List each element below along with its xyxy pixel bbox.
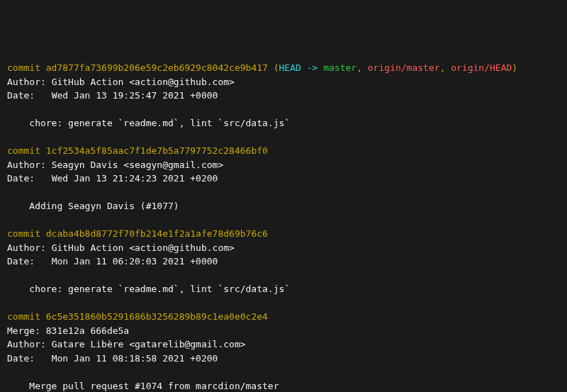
date-value: Mon Jan 11 08:18:58 2021 +0200 — [52, 353, 218, 364]
commit-hash: dcaba4b8d8772f70fb214e1f2a1afe78d69b76c6 — [46, 228, 268, 239]
commit-hash: ad7877fa73699b206e59c2eb6929c8042ce9b417 — [46, 62, 268, 73]
date-line: Date: Wed Jan 13 21:24:23 2021 +0200 — [7, 172, 560, 186]
blank-line — [7, 296, 560, 310]
commit-line: commit dcaba4b8d8772f70fb214e1f2a1afe78d… — [7, 227, 560, 241]
commit-message: chore: generate `readme.md`, lint `src/d… — [7, 282, 560, 296]
origin-head-ref: origin/HEAD — [451, 62, 512, 73]
commit-line: commit 6c5e351860b5291686b3256289b89c1ea… — [7, 310, 560, 324]
author-value: Seagyn Davis <seagyn@gmail.com> — [52, 159, 224, 170]
master-ref: master — [323, 62, 357, 73]
author-line: Author: GitHub Action <action@github.com… — [7, 241, 560, 255]
commit-message: chore: generate `readme.md`, lint `src/d… — [7, 116, 560, 130]
author-line: Author: Gatare Libère <gatarelib@gmail.c… — [7, 337, 560, 352]
author-label: Author: — [7, 77, 52, 87]
author-line: Author: Seagyn Davis <seagyn@gmail.com> — [7, 158, 560, 172]
commit-hash: 6c5e351860b5291686b3256289b89c1ea0e0c2e4 — [46, 311, 268, 322]
merge-line: Merge: 831e12a 666de5a — [7, 324, 560, 338]
author-line: Author: GitHub Action <action@github.com… — [7, 75, 560, 89]
merge-value: 831e12a 666de5a — [46, 325, 129, 336]
author-label: Author: — [7, 339, 52, 349]
blank-line — [7, 103, 560, 117]
refs-sep: , — [357, 62, 368, 73]
date-label: Date: — [7, 353, 52, 364]
author-value: GitHub Action <action@github.com> — [52, 242, 235, 253]
date-line: Date: Mon Jan 11 08:18:58 2021 +0200 — [7, 352, 560, 366]
date-line: Date: Wed Jan 13 19:25:47 2021 +0000 — [7, 89, 560, 103]
date-label: Date: — [7, 90, 52, 101]
commit-message: Adding Seagyn Davis (#1077) — [7, 199, 560, 213]
blank-line — [7, 213, 560, 228]
commit-line: commit ad7877fa73699b206e59c2eb6929c8042… — [7, 61, 560, 75]
commit-label: commit — [7, 228, 46, 239]
head-ref: HEAD -> — [279, 62, 324, 73]
author-label: Author: — [7, 159, 52, 170]
date-label: Date: — [7, 256, 52, 267]
blank-line — [7, 130, 560, 145]
author-label: Author: — [7, 242, 52, 253]
git-log-output: commit ad7877fa73699b206e59c2eb6929c8042… — [7, 61, 560, 392]
origin-master-ref: origin/master — [368, 62, 440, 73]
date-value: Mon Jan 11 06:20:03 2021 +0000 — [52, 256, 218, 267]
blank-line — [7, 365, 560, 379]
blank-line — [7, 186, 560, 200]
commit-hash: 1cf2534a5f85aac7f1de7b5a7797752c28466bf0 — [46, 145, 268, 156]
refs-sep: , — [440, 62, 451, 73]
commit-label: commit — [7, 311, 46, 322]
date-line: Date: Mon Jan 11 06:20:03 2021 +0000 — [7, 254, 560, 269]
commit-label: commit — [7, 62, 46, 73]
date-label: Date: — [7, 173, 52, 184]
commit-line: commit 1cf2534a5f85aac7f1de7b5a7797752c2… — [7, 144, 560, 158]
commit-message: Merge pull request #1074 from marcdion/m… — [7, 379, 560, 393]
author-value: Gatare Libère <gatarelib@gmail.com> — [52, 339, 246, 349]
refs-close: ) — [512, 62, 517, 73]
commit-label: commit — [7, 145, 46, 156]
blank-line — [7, 269, 560, 283]
date-value: Wed Jan 13 19:25:47 2021 +0000 — [52, 90, 218, 101]
date-value: Wed Jan 13 21:24:23 2021 +0200 — [52, 173, 218, 184]
refs-open: ( — [268, 62, 279, 73]
merge-label: Merge: — [7, 325, 46, 336]
author-value: GitHub Action <action@github.com> — [52, 77, 235, 87]
